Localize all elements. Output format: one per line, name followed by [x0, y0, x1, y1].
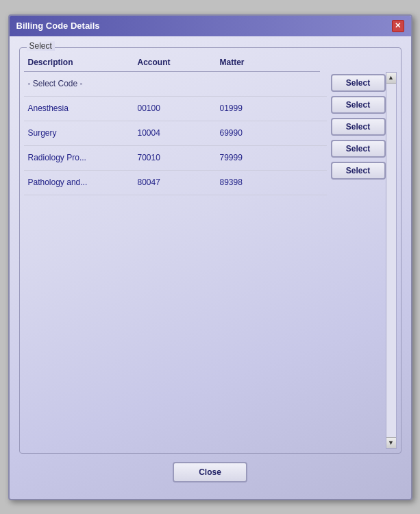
row-4-account: 80047 — [134, 176, 216, 188]
close-icon[interactable]: ✕ — [392, 20, 404, 32]
row-0-cells: - Select Code - — [24, 77, 327, 90]
row-1-matter: 01999 — [216, 102, 298, 114]
col-account: Account — [134, 56, 216, 69]
row-4-matter: 89398 — [216, 176, 298, 188]
select-button-0[interactable]: Select — [331, 74, 386, 92]
row-2-cells: Surgery 10004 69990 — [24, 127, 327, 139]
row-0-matter — [216, 77, 298, 90]
empty-area — [24, 195, 327, 449]
title-bar: Billing Code Details ✕ — [10, 16, 411, 36]
billing-code-dialog: Billing Code Details ✕ Select Descriptio… — [8, 14, 412, 500]
group-label: Select — [27, 41, 55, 51]
row-3-description: Radiology Pro... — [24, 151, 134, 164]
close-button[interactable]: Close — [173, 462, 247, 482]
row-3-matter: 79999 — [216, 151, 298, 164]
table-content: - Select Code - Anesthesia 00100 01999 — [24, 72, 397, 449]
row-0-account — [134, 77, 216, 90]
scrollbar: ▲ ▼ — [386, 72, 397, 449]
col-description: Description — [24, 56, 134, 69]
row-2-matter: 69990 — [216, 127, 298, 139]
row-2-account: 10004 — [134, 127, 216, 139]
table-body: - Select Code - Anesthesia 00100 01999 — [24, 72, 327, 449]
row-4-cells: Pathology and... 80047 89398 — [24, 176, 327, 188]
row-1-cells: Anesthesia 00100 01999 — [24, 102, 327, 114]
select-group: Select Description Account Matter — [19, 47, 402, 454]
table-row: Pathology and... 80047 89398 — [24, 171, 327, 195]
select-button-2[interactable]: Select — [331, 118, 386, 136]
table-header-section: Description Account Matter — [24, 53, 320, 72]
scroll-up-button[interactable]: ▲ — [386, 73, 396, 84]
select-button-3[interactable]: Select — [331, 140, 386, 158]
row-1-description: Anesthesia — [24, 102, 134, 114]
dialog-body: Select Description Account Matter — [10, 36, 411, 499]
scroll-down-button[interactable]: ▼ — [386, 437, 396, 448]
table-row: Radiology Pro... 70010 79999 — [24, 146, 327, 171]
footer: Close — [19, 454, 402, 489]
row-3-cells: Radiology Pro... 70010 79999 — [24, 151, 327, 164]
col-matter: Matter — [216, 56, 298, 69]
dialog-title: Billing Code Details — [16, 21, 100, 31]
select-buttons-column: Select Select Select Select Select — [327, 72, 386, 449]
table-row: Surgery 10004 69990 — [24, 121, 327, 146]
row-3-account: 70010 — [134, 151, 216, 164]
table-row: - Select Code - — [24, 72, 327, 97]
table-headers: Description Account Matter — [24, 53, 320, 72]
select-button-4[interactable]: Select — [331, 162, 386, 180]
select-button-1[interactable]: Select — [331, 96, 386, 114]
scroll-track[interactable] — [386, 84, 396, 437]
table-row: Anesthesia 00100 01999 — [24, 97, 327, 121]
row-2-description: Surgery — [24, 127, 134, 139]
row-0-description: - Select Code - — [24, 77, 134, 90]
row-4-description: Pathology and... — [24, 176, 134, 188]
row-1-account: 00100 — [134, 102, 216, 114]
